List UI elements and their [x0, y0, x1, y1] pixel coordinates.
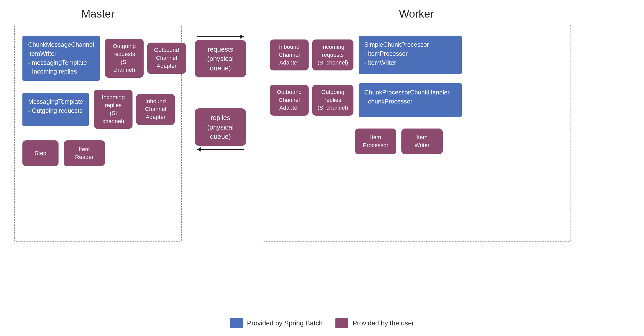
inbound-channel-adapter-1: InboundChannelAdapter	[136, 94, 175, 125]
master-title: Master	[81, 8, 114, 20]
worker-outgoing-pair: OutboundChannelAdapter Outgoingreplies(S…	[270, 85, 353, 116]
master-inner: ChunkMessageChannel ItemWriter - messagi…	[22, 36, 174, 166]
replies-queue: replies(physical queue)	[195, 108, 246, 146]
messaging-template-box: MessagingTemplate - Outgoing requests	[22, 93, 89, 126]
chunk-processor-chunk-handler-box: ChunkProcessorChunkHandler - chunkProces…	[359, 83, 462, 117]
legend-spring-batch: Provided by Spring Batch	[230, 318, 323, 328]
legend-blue-swatch	[230, 318, 243, 328]
legend: Provided by Spring Batch Provided by the…	[230, 318, 414, 328]
outbound-channel-adapter-1: OutboundChannelAdapter	[147, 43, 186, 74]
simple-chunk-processor-box: SimpleChunkProcessor - itemProcessor - i…	[359, 36, 462, 74]
master-section: Master ChunkMessageChannel ItemWriter - …	[10, 8, 186, 242]
right-arrow	[197, 36, 244, 37]
worker-section: Worker InboundChannelAdapter Incomingreq…	[255, 8, 577, 242]
requests-queue: requests(physical queue)	[195, 40, 246, 77]
worker-row-1: InboundChannelAdapter Incomingrequests(S…	[270, 36, 563, 74]
worker-row-3: ItemProcessor ItemWriter	[270, 129, 563, 154]
page-container: Master ChunkMessageChannel ItemWriter - …	[0, 0, 644, 336]
incoming-replies-channel: Incomingreplies(SI channel)	[94, 90, 133, 129]
worker-inner: InboundChannelAdapter Incomingrequests(S…	[270, 36, 563, 154]
replies-flow: replies(physical queue)	[195, 108, 246, 150]
outbound-channel-adapter-2: OutboundChannelAdapter	[270, 85, 309, 116]
inbound-channel-adapter-2: InboundChannelAdapter	[270, 39, 309, 70]
step-box: Step	[22, 140, 59, 166]
incoming-requests-channel: Incomingrequests(SI channel)	[312, 39, 353, 70]
requests-flow: requests(physical queue)	[195, 36, 246, 77]
legend-rose-swatch	[335, 318, 348, 328]
master-row-2: MessagingTemplate - Outgoing requests In…	[22, 90, 174, 129]
legend-user: Provided by the user	[335, 318, 414, 328]
item-processor-box: ItemProcessor	[355, 129, 396, 154]
legend-user-label: Provided by the user	[352, 319, 414, 327]
master-row-1: ChunkMessageChannel ItemWriter - messagi…	[22, 36, 174, 81]
middle-area: requests(physical queue) replies(physica…	[186, 8, 255, 150]
incoming-channel-pair: Incomingreplies(SI channel) InboundChann…	[94, 90, 175, 129]
chunk-message-channel-box: ChunkMessageChannel ItemWriter - messagi…	[22, 36, 100, 81]
master-dashed-box: ChunkMessageChannel ItemWriter - messagi…	[14, 25, 182, 242]
master-row-3: Step ItemReader	[22, 140, 174, 166]
item-reader-box: ItemReader	[64, 140, 105, 166]
outgoing-replies-channel: Outgoingreplies(SI channel)	[312, 85, 353, 116]
worker-row-2: OutboundChannelAdapter Outgoingreplies(S…	[270, 83, 563, 117]
item-writer-box: ItemWriter	[401, 129, 443, 154]
diagram-area: Master ChunkMessageChannel ItemWriter - …	[10, 8, 634, 310]
left-arrow	[197, 149, 244, 150]
legend-spring-batch-label: Provided by Spring Batch	[247, 319, 323, 327]
worker-dashed-box: InboundChannelAdapter Incomingrequests(S…	[262, 25, 571, 242]
outgoing-requests-channel: Outgoing requests(SI channel)	[105, 39, 144, 78]
outgoing-channel-pair: Outgoing requests(SI channel) OutboundCh…	[105, 39, 186, 78]
worker-incoming-pair: InboundChannelAdapter Incomingrequests(S…	[270, 39, 353, 70]
worker-title: Worker	[399, 8, 434, 20]
